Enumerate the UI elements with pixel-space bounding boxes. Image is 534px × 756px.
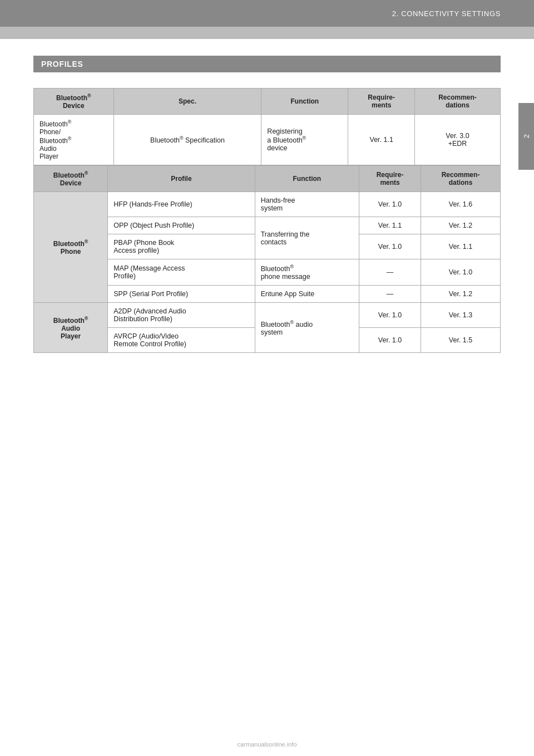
rec-hfp: Ver. 1.6 (421, 192, 501, 217)
col-requirements: Require-ments (348, 89, 415, 115)
col2-function: Function (255, 166, 359, 192)
req-cell-1: Ver. 1.1 (348, 115, 415, 165)
table2-row-a2dp: Bluetooth®AudioPlayer A2DP (Advanced Aud… (34, 303, 501, 328)
req-map: — (359, 259, 421, 286)
req-a2dp: Ver. 1.0 (359, 303, 421, 328)
rec-pbap: Ver. 1.1 (421, 234, 501, 259)
req-spp: — (359, 286, 421, 303)
table2-row-hfp: Bluetooth®Phone HFP (Hands-Free Profile)… (34, 192, 501, 217)
rec-spp: Ver. 1.2 (421, 286, 501, 303)
profile-avrcp: AVRCP (Audio/VideoRemote Control Profile… (108, 328, 255, 353)
right-tab: 2 (518, 103, 534, 170)
rec-a2dp: Ver. 1.3 (421, 303, 501, 328)
main-content: PROFILES Bluetooth®Device Spec. Function… (0, 39, 534, 386)
function-map: Bluetooth®phone message (255, 259, 359, 286)
col-function: Function (261, 89, 348, 115)
spec-cell-1: Bluetooth® Specification (113, 115, 261, 165)
top-header: 2. CONNECTIVITY SETTINGS (0, 0, 534, 27)
rec-opp: Ver. 1.2 (421, 217, 501, 234)
rec-map: Ver. 1.0 (421, 259, 501, 286)
profile-spp: SPP (Serial Port Profile) (108, 286, 255, 303)
table-2: Bluetooth®Device Profile Function Requir… (33, 165, 501, 353)
header-title: 2. CONNECTIVITY SETTINGS (392, 9, 501, 18)
right-tab-label: 2 (522, 134, 531, 138)
req-avrcp: Ver. 1.0 (359, 328, 421, 353)
function-hfp: Hands-freesystem (255, 192, 359, 217)
col2-requirements: Require-ments (359, 166, 421, 192)
device-cell-1: Bluetooth®Phone/Bluetooth®AudioPlayer (34, 115, 114, 165)
rec-avrcp: Ver. 1.5 (421, 328, 501, 353)
table-1: Bluetooth®Device Spec. Function Require-… (33, 88, 501, 165)
watermark: carmanualsonline.info (237, 741, 296, 748)
profile-pbap: PBAP (Phone BookAccess profile) (108, 234, 255, 259)
function-audio: Bluetooth® audiosystem (255, 303, 359, 353)
watermark-text: carmanualsonline.info (237, 741, 296, 748)
col-device: Bluetooth®Device (34, 89, 114, 115)
req-opp: Ver. 1.1 (359, 217, 421, 234)
function-cell-1: Registeringa Bluetooth®device (261, 115, 348, 165)
table1-row-1: Bluetooth®Phone/Bluetooth®AudioPlayer Bl… (34, 115, 501, 165)
rec-cell-1: Ver. 3.0+EDR (415, 115, 501, 165)
profiles-heading-bar: PROFILES (33, 56, 501, 72)
device-audio-player: Bluetooth®AudioPlayer (34, 303, 108, 353)
table2-header-row: Bluetooth®Device Profile Function Requir… (34, 166, 501, 192)
col2-recommendations: Recommen-dations (421, 166, 501, 192)
device-phone: Bluetooth®Phone (34, 192, 108, 303)
profile-map: MAP (Message AccessProfile) (108, 259, 255, 286)
req-pbap: Ver. 1.0 (359, 234, 421, 259)
req-hfp: Ver. 1.0 (359, 192, 421, 217)
col2-device: Bluetooth®Device (34, 166, 108, 192)
col-spec: Spec. (113, 89, 261, 115)
profile-hfp: HFP (Hands-Free Profile) (108, 192, 255, 217)
function-transferring: Transferring thecontacts (255, 217, 359, 259)
sub-bar (0, 27, 534, 39)
function-spp: Entune App Suite (255, 286, 359, 303)
page-wrapper: 2. CONNECTIVITY SETTINGS 2 PROFILES Blue… (0, 0, 534, 756)
col2-profile: Profile (108, 166, 255, 192)
col-recommendations: Recommen-dations (415, 89, 501, 115)
profiles-heading-text: PROFILES (41, 60, 83, 68)
table1-header-row: Bluetooth®Device Spec. Function Require-… (34, 89, 501, 115)
profile-opp: OPP (Object Push Profile) (108, 217, 255, 234)
profile-a2dp: A2DP (Advanced AudioDistribution Profile… (108, 303, 255, 328)
